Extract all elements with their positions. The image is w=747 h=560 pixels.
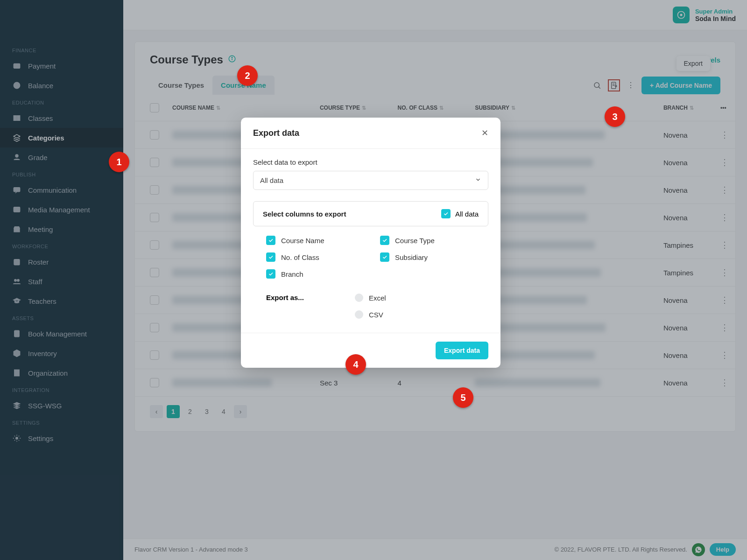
select-data-dropdown[interactable]: All data bbox=[253, 171, 488, 190]
format-radio-csv[interactable]: CSV bbox=[355, 310, 386, 319]
export-modal: Export data ✕ Select data to export All … bbox=[241, 118, 500, 368]
close-icon[interactable]: ✕ bbox=[481, 128, 488, 138]
column-checkbox-subsidiary[interactable]: Subsidiary bbox=[380, 252, 475, 262]
select-data-label: Select data to export bbox=[253, 158, 488, 166]
export-as-label: Export as... bbox=[266, 294, 355, 319]
modal-title: Export data bbox=[253, 128, 299, 138]
callout-1: 1 bbox=[109, 152, 129, 172]
columns-panel-title: Select columns to export bbox=[263, 210, 346, 218]
callout-4: 4 bbox=[345, 354, 366, 375]
chevron-down-icon bbox=[475, 176, 481, 184]
callout-2: 2 bbox=[237, 65, 258, 86]
column-checkbox-no-of-class[interactable]: No. of Class bbox=[266, 252, 361, 262]
column-checkbox-course-name[interactable]: Course Name bbox=[266, 236, 361, 245]
column-checkbox-course-type[interactable]: Course Type bbox=[380, 236, 475, 245]
all-data-checkbox[interactable] bbox=[441, 209, 451, 218]
format-radio-excel[interactable]: Excel bbox=[355, 294, 386, 302]
column-checkbox-branch[interactable]: Branch bbox=[266, 269, 361, 279]
export-data-button[interactable]: Export data bbox=[436, 342, 488, 359]
callout-3: 3 bbox=[605, 106, 625, 127]
callout-5: 5 bbox=[453, 387, 473, 408]
